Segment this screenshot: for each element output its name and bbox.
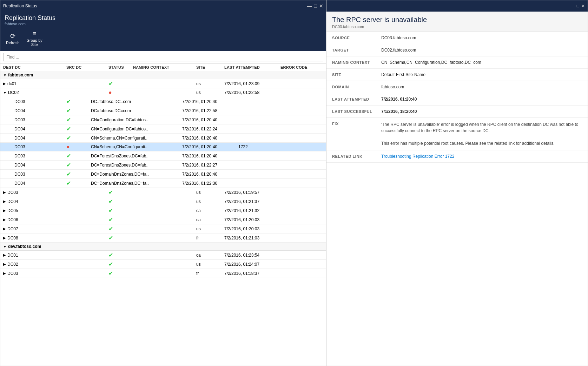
table-row[interactable]: DC04 ✔ CN=Configuration,DC=fabtos.. 7/2/… bbox=[0, 124, 326, 134]
th-status: STATUS bbox=[108, 65, 133, 69]
table-row[interactable]: ▶DC05 ✔ ca 7/2/2016, 01:21:32 bbox=[0, 206, 326, 215]
group-dev-fabtoso[interactable]: ▼ dev.fabtoso.com bbox=[0, 243, 326, 251]
expand-icon[interactable]: ▶ bbox=[3, 253, 6, 257]
expand-icon[interactable]: ▶ bbox=[3, 82, 6, 86]
detail-last-attempted-value: 7/2/2016, 01:20:40 bbox=[381, 97, 582, 102]
table-row[interactable]: ▶DC07 ✔ us 7/2/2016, 01:20:03 bbox=[0, 224, 326, 233]
error-code-cell: 1722 bbox=[238, 144, 273, 149]
last-attempted-cell: 7/2/2016, 01:20:40 bbox=[182, 117, 238, 122]
th-last-attempted: LAST ATTEMPTED bbox=[224, 65, 280, 69]
table-row[interactable]: ▶DC01 ✔ ca 7/2/2016, 01:23:54 bbox=[0, 251, 326, 260]
detail-source-label: SOURCE bbox=[332, 35, 381, 40]
minimize-icon[interactable]: — bbox=[307, 3, 312, 9]
table-row[interactable]: ▼DC02 ● us 7/2/2016, 01:22:58 bbox=[0, 88, 326, 97]
table-row[interactable]: DC04 ✔ DC=fabtoso,DC=com 7/2/2016, 01:22… bbox=[0, 106, 326, 115]
restore-icon[interactable]: □ bbox=[314, 3, 317, 9]
th-site: SITE bbox=[196, 65, 224, 69]
right-window-controls: — □ ✕ bbox=[570, 4, 585, 8]
restore-icon-right[interactable]: □ bbox=[577, 4, 579, 8]
table-row[interactable]: DC04 ✔ DC=DomainDnsZones,DC=fa.. 7/2/201… bbox=[0, 179, 326, 188]
table-row[interactable]: DC03 ✔ DC=DomainDnsZones,DC=fa.. 7/2/201… bbox=[0, 170, 326, 179]
table-row[interactable]: ▶DC03 ✔ us 7/2/2016, 01:19:57 bbox=[0, 188, 326, 197]
close-icon-right[interactable]: ✕ bbox=[581, 4, 585, 8]
detail-site-label: SITE bbox=[332, 72, 381, 77]
table-row[interactable]: ▶DC08 ✔ fr 7/2/2016, 01:21:03 bbox=[0, 233, 326, 243]
refresh-icon: ⟳ bbox=[10, 32, 15, 40]
status-ok-icon: ✔ bbox=[66, 180, 71, 186]
table-row[interactable]: DC03 ✔ DC=ForestDnsZones,DC=fab.. 7/2/20… bbox=[0, 151, 326, 161]
last-attempted-cell: 7/2/2016, 01:23:09 bbox=[224, 81, 280, 86]
table-row[interactable]: DC04 ✔ CN=Schema,CN=Configurati.. 7/2/20… bbox=[0, 134, 326, 143]
expand-icon[interactable]: ▶ bbox=[3, 218, 6, 222]
expand-icon[interactable]: ▶ bbox=[3, 271, 6, 275]
src-dc-cell: DC03 bbox=[14, 117, 66, 122]
group-by-button[interactable]: ≡ Group bySite bbox=[24, 29, 45, 48]
chevron-fabtoso: ▼ bbox=[3, 73, 7, 77]
expand-icon[interactable]: ▶ bbox=[3, 236, 6, 240]
detail-target-value: DC02.fabtoso.com bbox=[381, 48, 582, 53]
close-icon[interactable]: ✕ bbox=[319, 3, 323, 9]
th-naming-context: NAMING CONTEXT bbox=[133, 65, 196, 69]
src-dc-cell: DC04 bbox=[14, 127, 66, 131]
detail-site-row: SITE Default-First-Site-Name bbox=[326, 69, 588, 81]
minimize-icon-right[interactable]: — bbox=[570, 4, 575, 8]
left-title-bar: Replication Status — □ ✕ bbox=[0, 0, 326, 12]
table-row[interactable]: DC03 ✔ DC=fabtoso,DC=com 7/2/2016, 01:20… bbox=[0, 97, 326, 106]
search-input[interactable] bbox=[3, 53, 323, 61]
expand-icon[interactable]: ▶ bbox=[3, 262, 6, 266]
group-by-label: Group bySite bbox=[27, 38, 42, 47]
table-row[interactable]: DC03 ● CN=Schema,CN=Configurati.. 7/2/20… bbox=[0, 143, 326, 151]
detail-naming-context-row: NAMING CONTEXT CN=Schema,CN=Configuratio… bbox=[326, 56, 588, 69]
detail-site-value: Default-First-Site-Name bbox=[381, 72, 582, 77]
status-cell: ● bbox=[108, 89, 133, 96]
detail-target-label: TARGET bbox=[332, 48, 381, 52]
table-row[interactable]: ▶DC03 ✔ fr 7/2/2016, 01:18:37 bbox=[0, 269, 326, 278]
detail-last-successful-label: LAST SUCCESSFUL bbox=[332, 109, 381, 114]
expand-icon[interactable]: ▶ bbox=[3, 190, 6, 194]
detail-last-attempted-label: LAST ATTEMPTED bbox=[332, 97, 381, 101]
table-row[interactable]: ▶DC06 ✔ ca 7/2/2016, 01:20:03 bbox=[0, 215, 326, 224]
right-header: The RPC server is unavailable DC03.fabto… bbox=[326, 12, 588, 32]
detail-fix-label: FIX bbox=[332, 121, 381, 126]
group-fabtoso[interactable]: ▼ fabtoso.com bbox=[0, 71, 326, 79]
table-body: ▼ fabtoso.com ▶dc01 ✔ us 7/2/2016, 01:23… bbox=[0, 71, 326, 366]
left-panel: Replication Status — □ ✕ Replication Sta… bbox=[0, 0, 326, 366]
related-link[interactable]: Troubleshooting Replication Error 1722 bbox=[381, 154, 582, 159]
src-dc-cell: DC03 bbox=[14, 99, 66, 104]
table-row[interactable]: DC04 ✔ DC=ForestDnsZones,DC=fab.. 7/2/20… bbox=[0, 161, 326, 170]
group-icon: ≡ bbox=[33, 30, 37, 38]
detail-naming-context-label: NAMING CONTEXT bbox=[332, 60, 381, 65]
naming-context-cell: CN=Schema,CN=Configurati.. bbox=[91, 144, 154, 149]
detail-fix-row: FIX 'The RPC server is unavailable' erro… bbox=[326, 118, 588, 150]
app-subtitle: fabtoso.com bbox=[5, 22, 322, 26]
site-cell: us bbox=[196, 81, 224, 86]
refresh-button[interactable]: ⟳ Refresh bbox=[3, 31, 22, 46]
expand-icon[interactable]: ▼ bbox=[3, 91, 7, 95]
status-ok-icon: ✔ bbox=[66, 171, 71, 177]
status-ok-icon: ✔ bbox=[108, 252, 113, 258]
detail-body: SOURCE DC03.fabtoso.com TARGET DC02.fabt… bbox=[326, 32, 588, 366]
table-row[interactable]: ▶DC04 ✔ us 7/2/2016, 01:21:37 bbox=[0, 197, 326, 206]
status-err-icon: ● bbox=[66, 144, 70, 150]
status-cell: ✔ bbox=[66, 107, 91, 114]
src-dc-cell: DC03 bbox=[14, 144, 66, 149]
status-cell: ✔ bbox=[66, 98, 91, 105]
status-err-icon: ● bbox=[108, 89, 112, 95]
chevron-dev-fabtoso: ▼ bbox=[3, 245, 7, 249]
left-window-controls: — □ ✕ bbox=[307, 3, 323, 9]
group-dev-fabtoso-label: dev.fabtoso.com bbox=[8, 244, 41, 249]
right-header-title: The RPC server is unavailable bbox=[332, 16, 582, 24]
table-row[interactable]: ▶DC02 ✔ us 7/2/2016, 01:24:07 bbox=[0, 260, 326, 269]
right-title-bar: — □ ✕ bbox=[326, 0, 588, 12]
expand-icon[interactable]: ▶ bbox=[3, 209, 6, 212]
status-ok-icon: ✔ bbox=[108, 235, 113, 241]
expand-icon[interactable]: ▶ bbox=[3, 227, 6, 231]
table-row[interactable]: DC03 ✔ CN=Configuration,DC=fabtos.. 7/2/… bbox=[0, 115, 326, 124]
table-header: DEST DC SRC DC STATUS NAMING CONTEXT SIT… bbox=[0, 64, 326, 71]
expand-icon[interactable]: ▶ bbox=[3, 199, 6, 203]
table-row[interactable]: ▶dc01 ✔ us 7/2/2016, 01:23:09 bbox=[0, 79, 326, 88]
detail-last-successful-value: 7/1/2016, 18:20:40 bbox=[381, 109, 582, 114]
last-attempted-cell: 7/2/2016, 01:20:40 bbox=[182, 136, 238, 141]
detail-related-link-label: RELATED LINK bbox=[332, 154, 381, 158]
status-ok-icon: ✔ bbox=[108, 270, 113, 276]
